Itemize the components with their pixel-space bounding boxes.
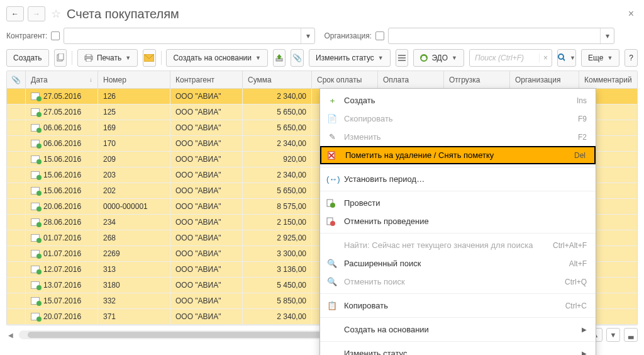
- col-sum[interactable]: Сумма: [243, 71, 312, 88]
- nav-forward-button[interactable]: →: [28, 6, 45, 21]
- menu-set-period[interactable]: (↔) Установить период…: [320, 170, 596, 188]
- cell-date: 12.07.2016: [26, 262, 98, 277]
- cell-date: 06.06.2016: [26, 120, 98, 135]
- cell-kontragent: ООО "АВИА": [170, 309, 243, 324]
- menu-adv-find[interactable]: 🔍 Расширенный поиск Alt+F: [320, 254, 596, 273]
- menu-set-period-label: Установить период…: [344, 174, 580, 184]
- search-icon: 🔍: [326, 259, 338, 268]
- create-button[interactable]: Создать: [6, 49, 49, 67]
- cell-number: 371: [98, 309, 170, 324]
- menu-unpost[interactable]: Отменить проведение: [320, 212, 596, 230]
- menu-separator: [320, 191, 596, 191]
- menu-create[interactable]: ＋ Создать Ins: [320, 91, 596, 110]
- search-go-button[interactable]: ▼: [557, 49, 576, 67]
- cell-attach: [7, 215, 26, 230]
- menu-copy[interactable]: 📄 Скопировать F9: [320, 110, 596, 128]
- col-number[interactable]: Номер: [98, 71, 170, 88]
- menu-cancel-find[interactable]: 🔍 Отменить поиск Ctrl+Q: [320, 273, 596, 291]
- document-posted-icon: [31, 171, 40, 179]
- post-icon: [326, 199, 338, 208]
- nav-back-button[interactable]: ←: [6, 6, 24, 21]
- close-icon[interactable]: ×: [625, 8, 638, 20]
- cell-number: 0000-000001: [98, 199, 170, 214]
- favorite-star-icon[interactable]: ☆: [49, 7, 63, 21]
- search-icon: [558, 54, 565, 62]
- menu-create-basis-label: Создать на основании: [344, 325, 575, 334]
- menu-copy2-hot: Ctrl+C: [565, 301, 587, 310]
- document-posted-icon: [31, 140, 40, 147]
- cell-date: 20.06.2016: [26, 199, 98, 214]
- cell-attach: [7, 246, 26, 261]
- search-box[interactable]: ×: [469, 49, 552, 67]
- org-checkbox[interactable]: [375, 31, 384, 40]
- col-kontragent[interactable]: Контрагент: [170, 71, 243, 88]
- search-input[interactable]: [470, 50, 539, 65]
- cell-attach: [7, 183, 26, 198]
- pencil-icon: ✎: [326, 132, 338, 142]
- document-posted-icon: [31, 281, 40, 289]
- svg-point-19: [330, 221, 335, 226]
- paperclip-icon: 📎: [292, 54, 302, 62]
- attach-button[interactable]: 📎: [291, 49, 304, 67]
- kontragent-input[interactable]: ▾: [64, 28, 315, 44]
- menu-change-status[interactable]: Изменить статус ▶: [320, 344, 596, 348]
- create-basis-button[interactable]: Создать на основании▼: [166, 49, 267, 67]
- kontragent-dropdown-button[interactable]: ▾: [301, 28, 314, 43]
- col-payment[interactable]: Оплата: [378, 71, 444, 88]
- search-clear-button[interactable]: ×: [539, 54, 552, 62]
- col-date[interactable]: Дата↓: [26, 71, 98, 88]
- cell-sum: 5 650,00: [243, 183, 312, 198]
- edo-button[interactable]: ЭДО▼: [413, 49, 464, 67]
- menu-create-basis[interactable]: Создать на основании ▶: [320, 320, 596, 339]
- menu-adv-find-hot: Alt+F: [569, 259, 587, 268]
- cell-number: 170: [98, 136, 170, 151]
- copy-doc-button[interactable]: [54, 49, 67, 67]
- list-view-button[interactable]: [396, 49, 409, 67]
- cell-sum: 2 150,00: [243, 215, 312, 230]
- unpost-icon: [326, 217, 338, 226]
- more-button[interactable]: Еще▼: [581, 49, 619, 67]
- col-pay-term[interactable]: Срок оплаты: [312, 71, 378, 88]
- col-shipment[interactable]: Отгрузка: [444, 71, 510, 88]
- cell-sum: 2 340,00: [243, 309, 312, 324]
- col-org[interactable]: Организация: [510, 71, 579, 88]
- cell-date: 15.06.2016: [26, 183, 98, 198]
- hscroll-left[interactable]: ◀: [6, 332, 15, 339]
- cell-date: 27.05.2016: [26, 104, 98, 120]
- org-dropdown-button[interactable]: ▾: [600, 28, 614, 43]
- cell-kontragent: ООО "АВИА": [170, 152, 243, 167]
- cell-number: 332: [98, 293, 170, 308]
- load-button[interactable]: [273, 49, 286, 67]
- menu-post[interactable]: Провести: [320, 194, 596, 212]
- menu-mark-delete-hot: Del: [574, 151, 586, 160]
- delete-mark-icon: [328, 151, 339, 160]
- more-label: Еще: [588, 54, 603, 62]
- menu-mark-delete[interactable]: Пометить на удаление / Снять пометку Del: [320, 146, 596, 164]
- cell-sum: 2 340,00: [243, 167, 312, 183]
- cell-kontragent: ООО "АВИА": [170, 230, 243, 245]
- menu-find[interactable]: Найти: Сейчас нет текущего значения для …: [320, 236, 596, 254]
- menu-copy-label: Скопировать: [344, 114, 572, 123]
- col-date-label: Дата: [31, 76, 48, 84]
- cell-sum: 920,00: [243, 152, 312, 167]
- menu-post-label: Провести: [344, 198, 587, 208]
- col-attach[interactable]: 📎: [7, 71, 26, 88]
- print-button[interactable]: Печать▼: [77, 49, 138, 67]
- cell-date: 27.05.2016: [26, 89, 98, 104]
- help-button[interactable]: ?: [625, 49, 638, 67]
- cell-date: 20.07.2016: [26, 309, 98, 324]
- email-button[interactable]: [143, 49, 156, 67]
- page-down-button[interactable]: ▼: [606, 328, 620, 342]
- menu-edit[interactable]: ✎ Изменить F2: [320, 128, 596, 146]
- kontragent-checkbox[interactable]: [51, 31, 60, 40]
- toolbar-separator: [161, 51, 162, 65]
- cell-date: 15.07.2016: [26, 293, 98, 308]
- cell-sum: 5 650,00: [243, 104, 312, 120]
- org-input[interactable]: ▾: [388, 28, 614, 44]
- page-last-button[interactable]: ▃: [624, 328, 638, 342]
- kontragent-label: Контрагент:: [6, 31, 47, 40]
- menu-copy2[interactable]: 📋 Копировать Ctrl+C: [320, 296, 596, 315]
- col-comment[interactable]: Комментарий: [579, 71, 637, 88]
- document-posted-icon: [31, 313, 40, 320]
- change-status-button[interactable]: Изменить статус▼: [309, 49, 391, 67]
